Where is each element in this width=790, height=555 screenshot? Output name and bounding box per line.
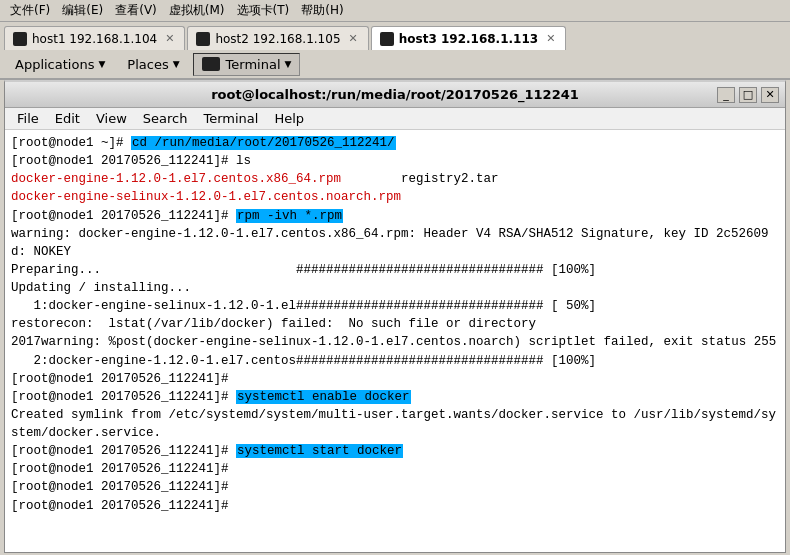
menu-edit[interactable]: 编辑(E): [56, 0, 109, 21]
tab-host1-close[interactable]: ✕: [165, 32, 174, 45]
window-title: root@localhost:/run/media/root/20170526_…: [211, 87, 579, 102]
menu-file[interactable]: 文件(F): [4, 0, 56, 21]
terminal-line-5: [root@node1 20170526_112241]# rpm -ivh *…: [11, 207, 779, 225]
tab-bar: host1 192.168.1.104 ✕ host2 192.168.1.10…: [0, 22, 790, 50]
menu-view[interactable]: View: [88, 109, 135, 128]
terminal-menu[interactable]: Terminal ▼: [193, 53, 301, 76]
tab-host3-label: host3 192.168.1.113: [399, 32, 538, 46]
host-icon: [13, 32, 27, 46]
places-label: Places: [127, 57, 168, 72]
terminal-line-19: [root@node1 20170526_112241]#: [11, 497, 779, 515]
menu-terminal[interactable]: Terminal: [195, 109, 266, 128]
menu-vm[interactable]: 虚拟机(M): [163, 0, 231, 21]
terminal-line-11: 2017warning: %post(docker-engine-selinux…: [11, 333, 779, 351]
host-icon: [196, 32, 210, 46]
title-bar: root@localhost:/run/media/root/20170526_…: [5, 82, 785, 108]
tab-host3-close[interactable]: ✕: [546, 32, 555, 45]
terminal-content[interactable]: [root@node1 ~]# cd /run/media/root/20170…: [5, 130, 785, 552]
menu-help[interactable]: 帮助(H): [295, 0, 349, 21]
terminal-line-3: docker-engine-1.12.0-1.el7.centos.x86_64…: [11, 170, 779, 188]
applications-label: Applications: [15, 57, 94, 72]
terminal-line-6: warning: docker-engine-1.12.0-1.el7.cent…: [11, 225, 779, 261]
tab-host1-label: host1 192.168.1.104: [32, 32, 157, 46]
terminal-menu-bar: File Edit View Search Terminal Help: [5, 108, 785, 130]
tab-host3[interactable]: host3 192.168.1.113 ✕: [371, 26, 567, 50]
tab-host2-label: host2 192.168.1.105: [215, 32, 340, 46]
terminal-line-18: [root@node1 20170526_112241]#: [11, 478, 779, 496]
menu-view[interactable]: 查看(V): [109, 0, 163, 21]
terminal-icon: [202, 57, 220, 71]
terminal-line-17: [root@node1 20170526_112241]#: [11, 460, 779, 478]
applications-arrow: ▼: [98, 59, 105, 69]
places-arrow: ▼: [173, 59, 180, 69]
terminal-window: root@localhost:/run/media/root/20170526_…: [4, 80, 786, 553]
terminal-line-4: docker-engine-selinux-1.12.0-1.el7.cento…: [11, 188, 779, 206]
menu-tabs[interactable]: 选项卡(T): [231, 0, 296, 21]
menu-search[interactable]: Search: [135, 109, 196, 128]
vm-menubar: 文件(F) 编辑(E) 查看(V) 虚拟机(M) 选项卡(T) 帮助(H): [0, 0, 790, 22]
terminal-line-16: [root@node1 20170526_112241]# systemctl …: [11, 442, 779, 460]
terminal-line-8: Updating / installing...: [11, 279, 779, 297]
menu-file[interactable]: File: [9, 109, 47, 128]
terminal-line-9: 1:docker-engine-selinux-1.12.0-1.el#####…: [11, 297, 779, 315]
terminal-line-12: 2:docker-engine-1.12.0-1.el7.centos#####…: [11, 352, 779, 370]
menu-help[interactable]: Help: [266, 109, 312, 128]
close-button[interactable]: ✕: [761, 87, 779, 103]
minimize-button[interactable]: _: [717, 87, 735, 103]
terminal-line-10: restorecon: lstat(/var/lib/docker) faile…: [11, 315, 779, 333]
terminal-arrow: ▼: [285, 59, 292, 69]
window-controls: _ □ ✕: [717, 87, 779, 103]
app-bar: Applications ▼ Places ▼ Terminal ▼: [0, 50, 790, 80]
tab-host1[interactable]: host1 192.168.1.104 ✕: [4, 26, 185, 50]
terminal-line-13: [root@node1 20170526_112241]#: [11, 370, 779, 388]
places-menu[interactable]: Places ▼: [118, 53, 188, 76]
terminal-line-2: [root@node1 20170526_112241]# ls: [11, 152, 779, 170]
terminal-line-15: Created symlink from /etc/systemd/system…: [11, 406, 779, 442]
menu-edit[interactable]: Edit: [47, 109, 88, 128]
terminal-line-7: Preparing... ###########################…: [11, 261, 779, 279]
terminal-line-14: [root@node1 20170526_112241]# systemctl …: [11, 388, 779, 406]
maximize-button[interactable]: □: [739, 87, 757, 103]
tab-host2[interactable]: host2 192.168.1.105 ✕: [187, 26, 368, 50]
host-icon: [380, 32, 394, 46]
terminal-line-1: [root@node1 ~]# cd /run/media/root/20170…: [11, 134, 779, 152]
tab-host2-close[interactable]: ✕: [349, 32, 358, 45]
terminal-label: Terminal: [226, 57, 281, 72]
applications-menu[interactable]: Applications ▼: [6, 53, 114, 76]
